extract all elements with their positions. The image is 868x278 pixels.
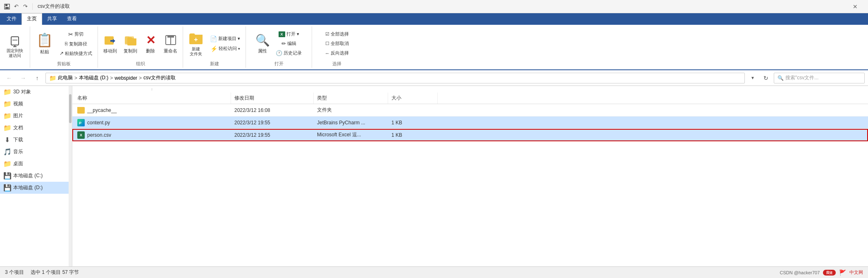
folder-image-icon: 📁	[3, 112, 11, 120]
sidebar-item-music[interactable]: 🎵 音乐	[0, 146, 69, 158]
select-group-label: 选择	[332, 60, 341, 67]
col-header-type[interactable]: 类型	[314, 93, 388, 104]
new-group-label: 新建	[210, 60, 219, 67]
file-row-pycache[interactable]: __pycache__ 2022/3/12 16:08 文件夹	[72, 104, 868, 116]
paste-shortcut-icon: ↗	[60, 50, 64, 56]
copy-to-button[interactable]: 复制到	[122, 32, 139, 55]
file-size-content-py: 1 KB	[388, 120, 438, 126]
sidebar-item-drive-c-label: 本地磁盘 (C:)	[13, 172, 43, 179]
folder-doc-icon: 📁	[3, 124, 11, 132]
chinese-network-text: 中文网	[849, 269, 863, 276]
desktop-icon: 📁	[3, 160, 11, 168]
deselect-all-button[interactable]: ☐ 全部取消	[323, 39, 351, 48]
quick-undo-icon[interactable]: ↶	[12, 3, 20, 10]
col-header-date[interactable]: 修改日期	[231, 93, 314, 104]
address-input[interactable]: 📁 此电脑 > 本地磁盘 (D:) > webspider > csv文件的读取	[45, 73, 745, 83]
title-bar-text: csv文件的读取	[38, 3, 70, 10]
pin-btn[interactable]: 固定到快速访问	[3, 27, 26, 66]
col-header-name[interactable]: 名称	[74, 93, 231, 104]
sidebar-item-download-label: 下载	[13, 136, 23, 143]
delete-button[interactable]: ✕ 删除	[142, 32, 159, 55]
excel-icon: X	[77, 131, 85, 139]
easy-access-button[interactable]: ⚡ 轻松访问 ▾	[208, 44, 242, 53]
new-item-button[interactable]: 📄 新建项目 ▾	[208, 34, 242, 43]
properties-button[interactable]: 🔍 属性	[254, 32, 271, 55]
deselect-icon: ☐	[325, 41, 329, 46]
ribbon-group-clipboard: 📋 粘贴 ✂ 剪切 ⎘ 复制路径 ↗ 粘贴快捷方式	[30, 26, 98, 68]
music-icon: 🎵	[3, 148, 11, 156]
open-button[interactable]: X 打开 ▾	[274, 30, 304, 38]
quick-redo-icon[interactable]: ↷	[21, 3, 29, 10]
sidebar-item-drive-d[interactable]: 💾 本地磁盘 (D:)	[0, 182, 69, 194]
tab-home[interactable]: 主页	[21, 13, 42, 25]
col-name-label: 名称	[77, 95, 87, 102]
cut-button[interactable]: ✂ 剪切	[57, 30, 94, 39]
file-row-person-csv[interactable]: X person.csv 2022/3/12 19:55 Microsoft E…	[72, 129, 868, 141]
breadcrumb-pc[interactable]: 此电脑	[58, 74, 73, 81]
invert-label: 反向选择	[331, 50, 349, 56]
tab-share[interactable]: 共享	[42, 14, 62, 25]
paste-shortcut-button[interactable]: ↗ 粘贴快捷方式	[57, 49, 94, 58]
search-icon: 🔍	[777, 75, 784, 81]
cut-label: 剪切	[74, 31, 83, 37]
back-button[interactable]: ←	[3, 73, 15, 83]
delete-label: 删除	[146, 48, 155, 54]
sidebar-item-video[interactable]: 📁 视频	[0, 98, 69, 110]
col-header-size[interactable]: 大小	[388, 93, 438, 104]
refresh-button[interactable]: ↻	[761, 73, 771, 83]
search-placeholder: 搜索"csv文件...	[785, 74, 818, 81]
edit-icon: ✏	[281, 40, 286, 47]
paste-shortcut-label: 粘贴快捷方式	[65, 50, 92, 57]
file-type-person-csv: Microsoft Excel 逗...	[314, 131, 388, 138]
edit-button[interactable]: ✏ 编辑	[274, 39, 304, 48]
col-date-label: 修改日期	[234, 95, 254, 102]
ribbon-group-select: ☑ 全部选择 ☐ 全部取消 ↔ 反向选择 选择	[312, 26, 362, 68]
svg-rect-2	[5, 7, 9, 9]
file-row-content-py[interactable]: P content.py 2022/3/12 19:55 JetBrains P…	[72, 116, 868, 129]
tab-view[interactable]: 查看	[62, 14, 82, 25]
open-small-buttons: X 打开 ▾ ✏ 编辑 🕐 历史记录	[274, 30, 304, 57]
content-py-name-text: content.py	[87, 120, 110, 126]
forward-button[interactable]: →	[17, 73, 29, 83]
breadcrumb-current[interactable]: csv文件的读取	[143, 74, 176, 81]
sidebar-scrollbar[interactable]	[69, 86, 72, 266]
quick-save-icon[interactable]	[3, 3, 11, 10]
sidebar-item-drive-c[interactable]: 💾 本地磁盘 (C:)	[0, 170, 69, 182]
new-folder-button[interactable]: + 新建文件夹	[186, 30, 205, 58]
svg-rect-11	[167, 36, 174, 38]
sidebar-item-image[interactable]: 📁 图片	[0, 110, 69, 122]
invert-icon: ↔	[325, 51, 329, 56]
select-all-button[interactable]: ☑ 全部选择	[323, 30, 351, 38]
history-button[interactable]: 🕐 历史记录	[274, 49, 304, 57]
sidebar-item-doc[interactable]: 📁 文档	[0, 122, 69, 134]
close-button[interactable]: ✕	[846, 0, 865, 13]
sidebar-item-download[interactable]: ⬇ 下载	[0, 134, 69, 146]
rename-button[interactable]: 重命名	[162, 32, 179, 55]
address-dropdown-button[interactable]: ▼	[747, 73, 758, 83]
invert-selection-button[interactable]: ↔ 反向选择	[323, 49, 351, 57]
sidebar-scroll: 📁 3D 对象 📁 视频 📁 图片 📁 文档 ⬇ 下载	[0, 86, 69, 266]
breadcrumb-folder[interactable]: webspider	[114, 75, 137, 81]
search-box[interactable]: 🔍 搜索"csv文件...	[774, 73, 865, 83]
address-bar: ← → ↑ 📁 此电脑 > 本地磁盘 (D:) > webspider > cs…	[0, 70, 868, 86]
paste-button[interactable]: 📋 粘贴	[33, 30, 56, 58]
pin-to-quick-access-button[interactable]: 固定到快速访问	[3, 34, 26, 59]
new-content: + 新建文件夹 📄 新建项目 ▾ ⚡ 轻松访问 ▾	[186, 27, 242, 60]
sidebar-item-3d[interactable]: 📁 3D 对象	[0, 86, 69, 98]
move-to-button[interactable]: 移动到	[101, 32, 119, 55]
status-selected-info: 选中 1 个项目 57 字节	[31, 269, 79, 276]
ribbon-tab-bar: 文件 主页 共享 查看	[0, 13, 868, 25]
main-layout: 📁 3D 对象 📁 视频 📁 图片 📁 文档 ⬇ 下载	[0, 86, 868, 266]
file-date-person-csv: 2022/3/12 19:55	[231, 132, 314, 138]
sidebar: 📁 3D 对象 📁 视频 📁 图片 📁 文档 ⬇ 下载	[0, 86, 72, 266]
copy-path-button[interactable]: ⎘ 复制路径	[57, 40, 94, 48]
ribbon: 固定到快速访问 📋 粘贴 ✂ 剪切 ⎘ 复制路径	[0, 25, 868, 70]
pin-label: 固定到快速访问	[7, 48, 23, 58]
up-button[interactable]: ↑	[31, 73, 43, 83]
csdn-badge: Rit	[823, 270, 836, 276]
svg-text:+: +	[194, 36, 198, 43]
breadcrumb-drive[interactable]: 本地磁盘 (D:)	[79, 74, 108, 81]
tab-file[interactable]: 文件	[2, 14, 21, 25]
breadcrumb-folder-icon: 📁	[49, 75, 56, 81]
sidebar-item-desktop[interactable]: 📁 桌面	[0, 158, 69, 170]
